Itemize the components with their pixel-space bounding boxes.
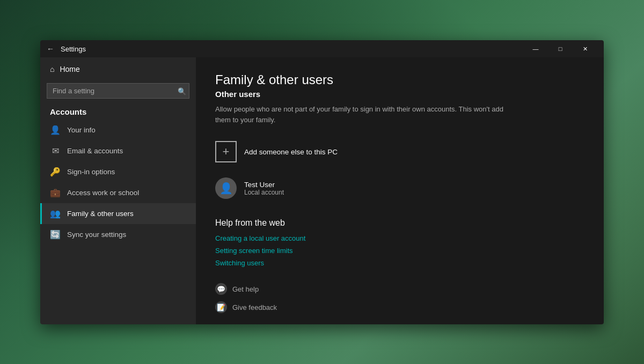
- sidebar-item-label: Your info: [67, 126, 96, 134]
- home-label: Home: [60, 65, 79, 73]
- sidebar-item-sign-in[interactable]: 🔑 Sign-in options: [40, 161, 196, 182]
- maximize-button[interactable]: □: [548, 40, 573, 57]
- add-user-label: Add someone else to this PC: [244, 148, 338, 156]
- help-section: Help from the web Creating a local user …: [215, 218, 582, 267]
- sidebar-item-access-work[interactable]: 💼 Access work or school: [40, 182, 196, 203]
- main-panel: Family & other users Other users Allow p…: [196, 57, 604, 324]
- sidebar-search-container: 🔍: [47, 83, 189, 99]
- page-title: Family & other users: [215, 72, 582, 87]
- sidebar-item-label: Sync your settings: [67, 231, 126, 239]
- give-feedback-button[interactable]: 📝 Give feedback: [215, 298, 582, 316]
- sidebar-item-sync-settings[interactable]: 🔄 Sync your settings: [40, 224, 196, 245]
- give-feedback-label: Give feedback: [232, 303, 277, 311]
- get-help-icon: 💬: [215, 283, 227, 295]
- sidebar-item-family-users[interactable]: 👥 Family & other users: [40, 203, 196, 224]
- search-icon[interactable]: 🔍: [178, 87, 186, 95]
- email-accounts-icon: ✉: [50, 146, 61, 156]
- sidebar-item-label: Access work or school: [67, 189, 139, 197]
- back-button[interactable]: ←: [47, 44, 54, 53]
- sidebar-item-label: Sign-in options: [67, 168, 115, 176]
- titlebar: ← Settings — □ ✕: [40, 40, 604, 57]
- sidebar-item-label: Email & accounts: [67, 147, 123, 155]
- minimize-button[interactable]: —: [523, 40, 548, 57]
- content-area: ⌂ Home 🔍 Accounts 👤 Your info ✉ Email & …: [40, 57, 604, 324]
- family-users-icon: 👥: [50, 209, 61, 219]
- user-list-item[interactable]: 👤 Test User Local account: [215, 173, 582, 203]
- window-controls: — □ ✕: [523, 40, 597, 57]
- add-user-plus-icon: +: [215, 141, 237, 162]
- sidebar-item-label: Family & other users: [67, 210, 134, 218]
- home-icon: ⌂: [50, 65, 54, 73]
- help-link-switching[interactable]: Switching users: [215, 259, 582, 267]
- settings-window: ← Settings — □ ✕ ⌂ Home 🔍 Accounts 👤 You…: [40, 40, 604, 324]
- give-feedback-icon: 📝: [215, 301, 227, 313]
- user-name: Test User: [244, 181, 284, 189]
- your-info-icon: 👤: [50, 125, 61, 135]
- sidebar: ⌂ Home 🔍 Accounts 👤 Your info ✉ Email & …: [40, 57, 196, 324]
- sidebar-item-your-info[interactable]: 👤 Your info: [40, 120, 196, 140]
- user-avatar: 👤: [215, 177, 237, 199]
- get-help-button[interactable]: 💬 Get help: [215, 280, 582, 298]
- description-text: Allow people who are not part of your fa…: [215, 104, 516, 125]
- user-info: Test User Local account: [244, 181, 284, 196]
- sign-in-icon: 🔑: [50, 167, 61, 177]
- add-user-button[interactable]: + Add someone else to this PC: [215, 137, 582, 167]
- bottom-links: 💬 Get help 📝 Give feedback: [215, 280, 582, 316]
- titlebar-title: Settings: [61, 45, 86, 53]
- close-button[interactable]: ✕: [573, 40, 597, 57]
- get-help-label: Get help: [232, 285, 259, 293]
- user-type: Local account: [244, 189, 284, 196]
- help-link-screen-time[interactable]: Setting screen time limits: [215, 247, 582, 255]
- help-section-title: Help from the web: [215, 218, 582, 228]
- help-link-local-account[interactable]: Creating a local user account: [215, 234, 582, 242]
- access-work-icon: 💼: [50, 188, 61, 198]
- sidebar-item-email-accounts[interactable]: ✉ Email & accounts: [40, 140, 196, 161]
- section-title: Other users: [215, 90, 582, 99]
- sync-settings-icon: 🔄: [50, 229, 61, 240]
- search-input[interactable]: [47, 83, 189, 99]
- sidebar-home-button[interactable]: ⌂ Home: [40, 57, 196, 81]
- sidebar-section-label: Accounts: [40, 104, 196, 120]
